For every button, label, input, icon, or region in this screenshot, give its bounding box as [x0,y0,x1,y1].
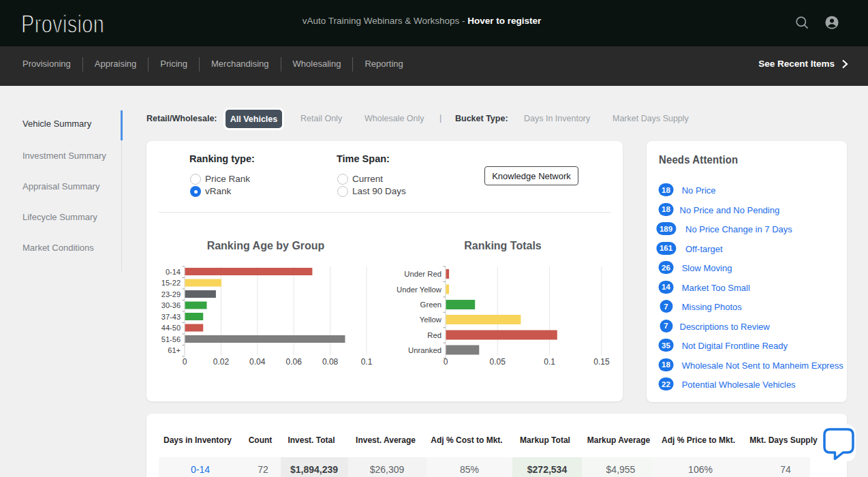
svg-text:30-36: 30-36 [161,301,181,309]
svg-text:Green: Green [420,301,441,309]
svg-text:Yellow: Yellow [420,316,442,324]
svg-text:0.04: 0.04 [249,357,266,367]
svg-text:0.02: 0.02 [213,357,230,367]
svg-text:61+: 61+ [168,346,181,354]
svg-text:Red: Red [427,331,441,339]
svg-text:15-22: 15-22 [161,279,181,287]
svg-text:0.05: 0.05 [490,357,506,367]
svg-text:0.1: 0.1 [361,357,373,367]
svg-text:51-56: 51-56 [161,335,181,343]
svg-text:Unranked: Unranked [408,346,441,354]
svg-text:0: 0 [444,357,448,367]
svg-text:Under Red: Under Red [404,270,441,278]
svg-text:0.06: 0.06 [286,357,303,367]
svg-text:37-43: 37-43 [161,313,181,321]
svg-text:0.15: 0.15 [593,357,610,367]
svg-text:Under Yellow: Under Yellow [397,286,442,294]
svg-text:0: 0 [183,357,187,367]
svg-text:0-14: 0-14 [166,268,181,276]
svg-text:0.08: 0.08 [322,357,339,367]
svg-text:23-29: 23-29 [161,290,181,298]
svg-text:0.1: 0.1 [544,357,555,367]
svg-text:44-50: 44-50 [161,324,181,332]
